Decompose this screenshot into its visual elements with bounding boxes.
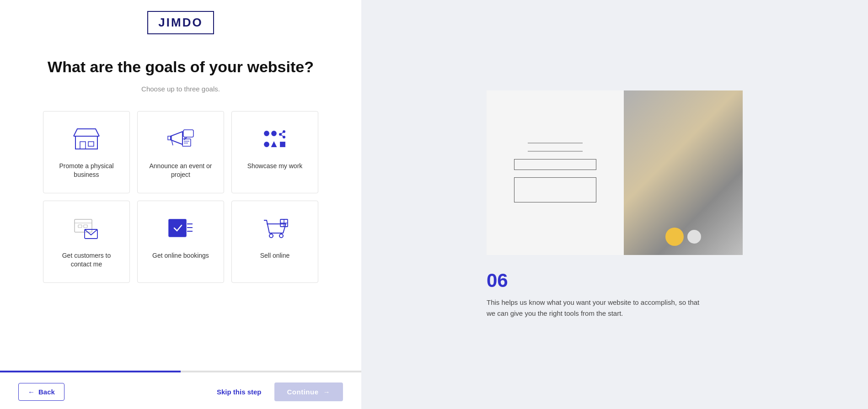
svg-point-28 [269, 234, 273, 238]
bottom-right-actions: Skip this step Continue → [217, 382, 343, 401]
preview-photo-mockup [624, 90, 743, 255]
logo-container: JIMDO [147, 11, 214, 34]
svg-rect-2 [88, 142, 94, 146]
megaphone-icon [166, 124, 195, 154]
yellow-dot-2 [687, 230, 701, 244]
preview-container [487, 90, 743, 255]
skip-button[interactable]: Skip this step [217, 388, 262, 396]
svg-line-14 [280, 132, 284, 134]
preview-line-2 [528, 151, 583, 152]
svg-rect-1 [80, 142, 86, 149]
svg-rect-22 [84, 225, 87, 228]
goal-card-get-customers[interactable]: Get customers to contact me [43, 201, 130, 283]
step-number: 06 [487, 270, 743, 292]
logo-box: JIMDO [147, 11, 214, 34]
goal-card-online-bookings[interactable]: Get online bookings [137, 201, 224, 283]
continue-button[interactable]: Continue → [274, 382, 343, 401]
svg-line-15 [280, 134, 284, 137]
goal-label-sell-online: Sell online [260, 251, 290, 260]
progress-bar-fill [0, 371, 181, 372]
goal-label-promote-physical: Promote a physical business [53, 162, 120, 180]
bottom-nav: ← Back Skip this step Continue → [0, 374, 361, 409]
svg-point-9 [264, 131, 269, 136]
continue-arrow-icon: → [323, 388, 331, 396]
svg-point-16 [264, 142, 269, 147]
goal-card-promote-physical[interactable]: Promote a physical business [43, 111, 130, 193]
preview-photo-overlay [665, 228, 701, 246]
back-button-label: Back [38, 388, 55, 396]
svg-rect-18 [280, 142, 285, 147]
right-panel: 06 This helps us know what you want your… [361, 0, 868, 409]
preview-main-mockup [487, 90, 624, 255]
contact-icon [72, 214, 101, 243]
logo-text: JIMDO [158, 16, 203, 29]
svg-point-10 [272, 131, 276, 136]
goal-card-showcase-work[interactable]: Showcase my work [231, 111, 318, 193]
goal-label-announce-event: Announce an event or project [147, 162, 214, 180]
svg-rect-19 [75, 219, 92, 232]
showcase-icon [260, 124, 289, 154]
svg-rect-21 [78, 225, 82, 228]
goals-grid: Promote a physical business [43, 111, 318, 283]
svg-rect-0 [75, 136, 97, 149]
booking-icon [166, 214, 195, 243]
goal-label-online-bookings: Get online bookings [152, 251, 209, 260]
info-block: 06 This helps us know what you want your… [487, 270, 743, 319]
back-arrow-icon: ← [28, 388, 35, 396]
back-button[interactable]: ← Back [18, 383, 64, 401]
goal-card-announce-event[interactable]: Announce an event or project [137, 111, 224, 193]
svg-rect-24 [169, 219, 186, 237]
step-description: This helps us know what you want your we… [487, 297, 706, 319]
svg-point-29 [279, 234, 283, 238]
preview-line-1 [528, 143, 583, 143]
cart-icon [260, 214, 289, 243]
left-panel: JIMDO What are the goals of your website… [0, 0, 361, 409]
preview-input-bar [514, 159, 596, 170]
preview-input-large [514, 177, 596, 202]
svg-rect-6 [182, 139, 191, 146]
yellow-dot-1 [665, 228, 684, 246]
svg-rect-5 [183, 130, 193, 137]
continue-label: Continue [287, 388, 319, 396]
svg-marker-17 [272, 142, 276, 147]
goal-label-get-customers: Get customers to contact me [53, 251, 120, 269]
page-subtitle: Choose up to three goals. [141, 85, 220, 93]
goal-card-sell-online[interactable]: Sell online [231, 201, 318, 283]
page-title: What are the goals of your website? [48, 57, 314, 77]
store-icon [72, 124, 101, 154]
goal-label-showcase-work: Showcase my work [247, 162, 303, 171]
progress-bar-container [0, 371, 361, 372]
